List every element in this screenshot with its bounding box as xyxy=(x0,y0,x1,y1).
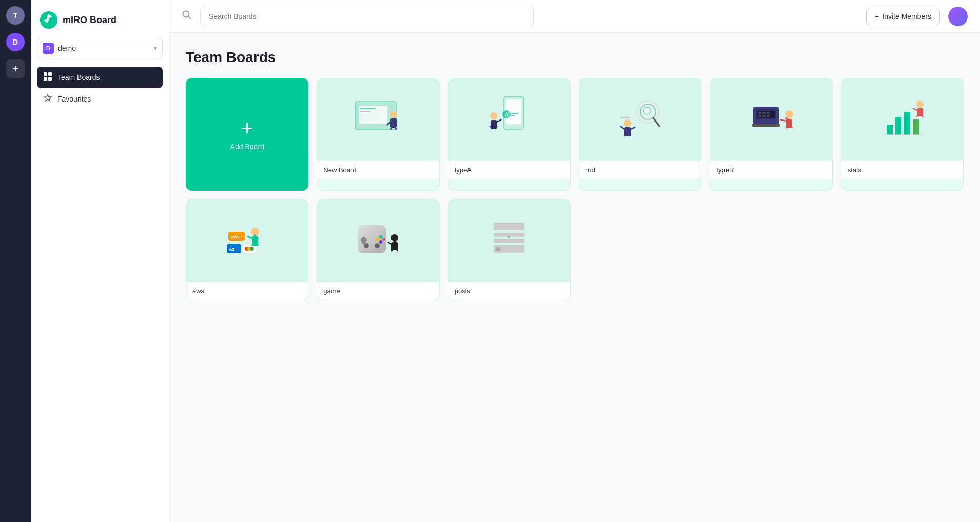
svg-rect-47 xyxy=(767,115,770,117)
board-card-label-rnd: rnd xyxy=(579,160,701,179)
grid-icon xyxy=(43,72,52,83)
svg-point-49 xyxy=(785,110,793,118)
board-card-label-new-board: New Board xyxy=(317,160,439,179)
sidebar-item-team-boards[interactable]: Team Boards xyxy=(37,67,163,88)
invite-label: Invite Members xyxy=(882,12,931,21)
sidebar-team-boards-label: Team Boards xyxy=(57,73,100,82)
svg-rect-20 xyxy=(508,113,518,114)
svg-rect-46 xyxy=(762,115,766,117)
svg-line-64 xyxy=(913,108,917,110)
board-grid-row2: aws Az xyxy=(186,199,964,300)
sidebar: mIRO Board D demo ▾ Team Boards Favourit… xyxy=(31,0,169,522)
svg-point-73 xyxy=(251,228,259,236)
svg-rect-82 xyxy=(361,238,367,242)
svg-rect-9 xyxy=(360,111,370,112)
svg-rect-57 xyxy=(904,112,910,135)
svg-point-60 xyxy=(916,101,924,108)
svg-point-88 xyxy=(375,243,380,248)
page-title: Team Boards xyxy=(186,49,964,66)
svg-rect-44 xyxy=(767,112,770,114)
board-card-typeR[interactable]: typeR xyxy=(710,78,832,191)
board-grid-row1: + Add Board xyxy=(186,78,964,191)
board-card-label-typeA: typeA xyxy=(448,160,570,179)
add-board-card[interactable]: + Add Board xyxy=(186,78,308,191)
svg-point-86 xyxy=(376,238,379,241)
svg-point-101 xyxy=(508,236,510,238)
user-avatar[interactable] xyxy=(948,7,968,26)
workspace-selector[interactable]: D demo ▾ xyxy=(37,38,163,58)
board-card-aws[interactable]: aws Az xyxy=(186,199,308,300)
svg-rect-3 xyxy=(48,77,52,81)
svg-point-85 xyxy=(379,240,382,244)
board-card-rnd[interactable]: rnd xyxy=(579,78,701,191)
board-card-image-typeR xyxy=(710,78,832,160)
search-input[interactable] xyxy=(200,7,534,26)
svg-text:A: A xyxy=(505,112,508,117)
board-card-label-posts: posts xyxy=(448,282,570,300)
nav-add-button[interactable]: + xyxy=(6,59,25,78)
svg-point-22 xyxy=(490,112,497,119)
svg-rect-55 xyxy=(887,125,893,135)
search-icon xyxy=(182,10,192,23)
svg-line-5 xyxy=(188,16,191,19)
svg-rect-43 xyxy=(762,112,766,114)
svg-rect-27 xyxy=(620,117,630,118)
board-card-image-rnd xyxy=(579,78,701,160)
board-card-new-board[interactable]: New Board xyxy=(317,78,439,191)
svg-point-72 xyxy=(250,247,254,251)
svg-rect-23 xyxy=(491,120,497,129)
board-card-image-stats xyxy=(841,78,963,160)
svg-line-53 xyxy=(780,119,786,121)
add-icon: + xyxy=(241,118,253,138)
board-card-game[interactable]: game xyxy=(317,199,439,300)
svg-rect-42 xyxy=(758,112,761,114)
svg-text:aws: aws xyxy=(231,234,240,239)
svg-point-84 xyxy=(382,238,385,241)
star-icon xyxy=(43,93,52,105)
svg-rect-58 xyxy=(913,119,919,135)
svg-rect-21 xyxy=(508,115,515,116)
content-area: Team Boards + Add Board xyxy=(169,33,980,522)
chevron-down-icon: ▾ xyxy=(154,45,157,52)
app-name: mIRO Board xyxy=(63,15,116,26)
workspace-name: demo xyxy=(58,44,150,52)
svg-line-26 xyxy=(497,119,501,122)
svg-rect-10 xyxy=(360,114,381,120)
nav-user-avatar-t[interactable]: T xyxy=(6,6,25,25)
board-card-typeA[interactable]: A typeA xyxy=(448,78,571,191)
svg-rect-95 xyxy=(494,223,524,230)
svg-point-87 xyxy=(364,243,369,248)
sidebar-favourites-label: Favourites xyxy=(57,95,91,103)
board-card-posts[interactable]: posts xyxy=(448,199,571,300)
main-area: + Invite Members Team Boards + Add Board xyxy=(169,0,980,522)
nav-user-avatar-d[interactable]: D xyxy=(6,33,25,51)
board-card-image-typeA: A xyxy=(448,78,570,160)
svg-rect-48 xyxy=(752,124,780,127)
svg-rect-8 xyxy=(360,108,376,109)
board-card-label-aws: aws xyxy=(186,282,308,300)
app-logo-icon xyxy=(39,10,58,30)
svg-line-93 xyxy=(388,242,391,244)
board-card-image-aws: aws Az xyxy=(186,199,308,282)
add-board-label: Add Board xyxy=(230,143,264,151)
svg-rect-0 xyxy=(44,72,47,76)
svg-point-11 xyxy=(390,111,397,118)
invite-members-button[interactable]: + Invite Members xyxy=(866,8,940,25)
svg-rect-97 xyxy=(494,239,524,243)
svg-rect-1 xyxy=(48,72,52,76)
svg-line-77 xyxy=(247,236,252,238)
board-card-stats[interactable]: stats xyxy=(841,78,964,191)
header: + Invite Members xyxy=(169,0,980,33)
svg-rect-56 xyxy=(895,117,901,135)
svg-text:Az: Az xyxy=(229,247,234,252)
svg-rect-45 xyxy=(758,115,761,117)
sidebar-logo: mIRO Board xyxy=(37,6,163,38)
board-card-label-game: game xyxy=(317,282,439,300)
svg-line-37 xyxy=(620,126,624,129)
svg-line-38 xyxy=(631,127,635,129)
workspace-avatar: D xyxy=(43,43,54,54)
board-card-image-new-board xyxy=(317,78,439,160)
sidebar-item-favourites[interactable]: Favourites xyxy=(37,88,163,110)
svg-point-83 xyxy=(379,235,382,238)
board-card-label-stats: stats xyxy=(841,160,963,179)
